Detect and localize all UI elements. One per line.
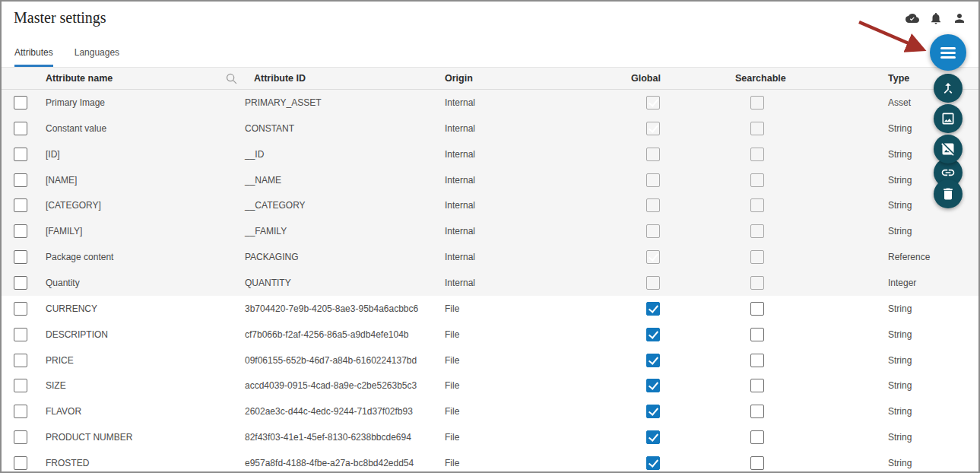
row-select-checkbox[interactable] — [14, 354, 27, 367]
searchable-checkbox[interactable] — [750, 456, 764, 470]
column-header-global: Global — [631, 73, 735, 84]
type-cell: String — [888, 226, 978, 236]
table-row[interactable]: [ID] __ID Internal String — [2, 141, 978, 167]
merge-icon — [940, 81, 956, 96]
table-row[interactable]: PRODUCT NUMBER 82f43f03-41e1-45ef-8130-6… — [2, 424, 978, 450]
attribute-id-cell: e957a8fd-4188-4fbe-a27a-bc8bd42edd54 — [245, 458, 445, 468]
searchable-checkbox[interactable] — [750, 430, 764, 444]
global-checkbox[interactable] — [646, 328, 660, 341]
global-checkbox[interactable] — [646, 456, 660, 470]
tab-attributes[interactable]: Attributes — [14, 47, 53, 67]
row-select-checkbox[interactable] — [14, 276, 27, 290]
merge-attributes-button[interactable] — [934, 74, 963, 103]
global-checkbox[interactable] — [646, 302, 660, 316]
table-row[interactable]: [FAMILY] __FAMILY Internal String — [2, 218, 978, 244]
origin-cell: Internal — [445, 123, 631, 134]
searchable-checkbox[interactable] — [750, 224, 764, 238]
row-select-checkbox[interactable] — [14, 198, 27, 212]
type-cell: String — [888, 432, 978, 443]
global-checkbox[interactable] — [646, 405, 660, 418]
fab-menu-button[interactable] — [930, 34, 966, 71]
searchable-checkbox[interactable] — [750, 122, 764, 135]
searchable-checkbox[interactable] — [750, 276, 764, 290]
global-checkbox[interactable] — [646, 379, 660, 392]
row-select-checkbox[interactable] — [14, 250, 27, 264]
searchable-checkbox[interactable] — [750, 173, 764, 187]
searchable-checkbox[interactable] — [750, 379, 764, 392]
origin-cell: File — [445, 458, 631, 468]
searchable-checkbox[interactable] — [750, 250, 764, 264]
search-icon[interactable] — [225, 72, 238, 85]
attribute-name-cell: FLAVOR — [40, 406, 217, 417]
type-cell: String — [888, 355, 978, 366]
row-select-checkbox[interactable] — [14, 379, 27, 392]
image-icon — [940, 111, 956, 126]
page-title: Master settings — [2, 2, 978, 27]
searchable-checkbox[interactable] — [750, 302, 764, 316]
column-header-origin: Origin — [445, 73, 631, 84]
table-row[interactable]: DESCRIPTION cf7b066b-f2af-4256-86a5-a9db… — [2, 322, 978, 348]
remove-image-button[interactable] — [934, 135, 963, 163]
global-checkbox[interactable] — [646, 173, 660, 187]
table-row[interactable]: Primary Image PRIMARY_ASSET Internal Ass… — [2, 90, 978, 116]
table-row[interactable]: CURRENCY 3b704420-7e9b-4205-8ae3-95b4a6a… — [2, 296, 978, 322]
global-checkbox[interactable] — [646, 148, 660, 161]
row-select-checkbox[interactable] — [14, 456, 27, 470]
attribute-id-cell: __CATEGORY — [245, 200, 445, 211]
row-select-checkbox[interactable] — [14, 405, 27, 418]
global-checkbox[interactable] — [646, 250, 660, 264]
table-row[interactable]: PRICE 09f06155-652b-46d7-a84b-6160224137… — [2, 348, 978, 373]
row-select-checkbox[interactable] — [14, 122, 27, 135]
attribute-id-cell: 09f06155-652b-46d7-a84b-6160224137bd — [245, 355, 445, 366]
global-checkbox[interactable] — [646, 430, 660, 444]
row-select-checkbox[interactable] — [14, 148, 27, 161]
table-row[interactable]: [NAME] __NAME Internal String — [2, 167, 978, 193]
notifications-icon[interactable] — [929, 11, 943, 25]
type-cell: String — [888, 458, 978, 468]
type-cell: String — [888, 200, 978, 211]
table-row[interactable]: Quantity QUANTITY Internal Integer — [2, 270, 978, 296]
searchable-checkbox[interactable] — [750, 96, 764, 110]
table-row[interactable]: FROSTED e957a8fd-4188-4fbe-a27a-bc8bd42e… — [2, 450, 978, 473]
origin-cell: Internal — [445, 226, 631, 236]
row-select-checkbox[interactable] — [14, 302, 27, 316]
attribute-name-cell: CURRENCY — [40, 303, 217, 314]
attribute-name-cell: Package content — [40, 252, 217, 262]
attribute-id-cell: PACKAGING — [245, 252, 445, 262]
attribute-id-cell: 82f43f03-41e1-45ef-8130-6238bbcde694 — [245, 432, 445, 443]
add-image-button[interactable] — [934, 104, 963, 133]
user-icon[interactable] — [953, 11, 966, 25]
row-select-checkbox[interactable] — [14, 96, 27, 110]
row-select-checkbox[interactable] — [14, 224, 27, 238]
attribute-name-cell: [NAME] — [40, 175, 217, 186]
table-row[interactable]: SIZE accd4039-0915-4cad-8a9e-c2be5263b5c… — [2, 373, 978, 398]
attribute-id-cell: cf7b066b-f2af-4256-86a5-a9db4efe104b — [245, 329, 445, 340]
app-window: Master settings Attributes Languages Att… — [0, 0, 980, 473]
global-checkbox[interactable] — [646, 276, 660, 290]
table-row[interactable]: FLAVOR 2602ae3c-d44c-4edc-9244-71d37f02f… — [2, 398, 978, 424]
searchable-checkbox[interactable] — [750, 148, 764, 161]
searchable-checkbox[interactable] — [750, 354, 764, 367]
table-row[interactable]: Constant value CONSTANT Internal String — [2, 116, 978, 141]
table-row[interactable]: Package content PACKAGING Internal Refer… — [2, 244, 978, 270]
row-select-checkbox[interactable] — [14, 430, 27, 444]
table-row[interactable]: [CATEGORY] __CATEGORY Internal String — [2, 192, 978, 218]
global-checkbox[interactable] — [646, 224, 660, 238]
searchable-checkbox[interactable] — [750, 405, 764, 418]
searchable-checkbox[interactable] — [750, 328, 764, 341]
global-checkbox[interactable] — [646, 354, 660, 367]
origin-cell: Internal — [445, 175, 631, 186]
attribute-name-cell: Quantity — [40, 278, 217, 288]
delete-button[interactable] — [934, 179, 963, 208]
global-checkbox[interactable] — [646, 122, 660, 135]
cloud-check-icon[interactable] — [905, 11, 919, 25]
type-cell: String — [888, 123, 978, 134]
searchable-checkbox[interactable] — [750, 198, 764, 212]
origin-cell: File — [445, 329, 631, 340]
tab-languages[interactable]: Languages — [75, 47, 119, 67]
attribute-id-cell: CONSTANT — [245, 123, 445, 134]
global-checkbox[interactable] — [646, 96, 660, 110]
row-select-checkbox[interactable] — [14, 173, 27, 187]
global-checkbox[interactable] — [646, 198, 660, 212]
row-select-checkbox[interactable] — [14, 328, 27, 341]
